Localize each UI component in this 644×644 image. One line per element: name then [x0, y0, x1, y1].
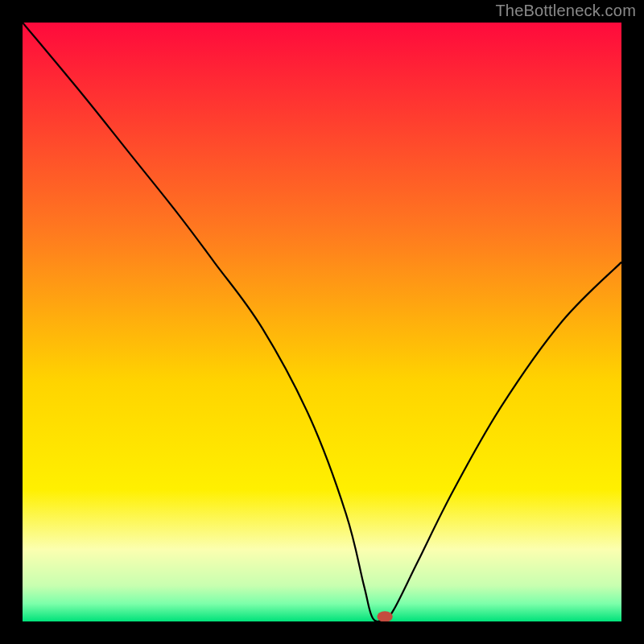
plot-area — [23, 23, 621, 621]
gradient-background — [23, 23, 621, 621]
plot-svg — [23, 23, 621, 621]
watermark-label: TheBottleneck.com — [495, 2, 636, 20]
chart-frame: TheBottleneck.com — [0, 0, 644, 644]
